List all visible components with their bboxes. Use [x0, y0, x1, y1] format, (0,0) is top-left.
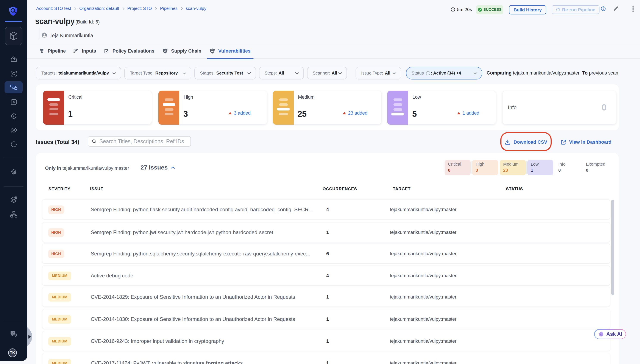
svg-text:?: ?	[12, 331, 14, 334]
